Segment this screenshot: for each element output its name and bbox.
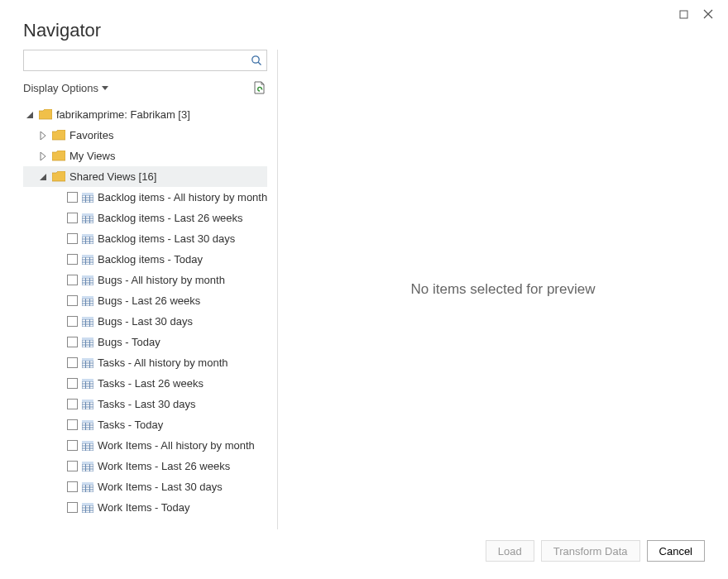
tree-leaf-item[interactable]: Work Items - Today — [23, 497, 267, 518]
folder-icon — [52, 151, 65, 161]
tree-shared-views-node[interactable]: Shared Views [16] — [23, 166, 267, 187]
expander-spacer — [53, 234, 63, 244]
tree-leaf-label: Backlog items - Last 26 weeks — [98, 212, 243, 224]
svg-rect-31 — [82, 234, 93, 237]
table-icon — [82, 441, 93, 451]
tree-leaf-label: Backlog items - All history by month — [98, 191, 267, 203]
tree-leaf-item[interactable]: Tasks - Last 30 days — [23, 394, 267, 414]
tree-leaf-label: Bugs - Last 30 days — [98, 315, 193, 328]
expander-spacer — [53, 193, 63, 203]
item-checkbox[interactable] — [67, 357, 78, 368]
svg-marker-7 — [26, 112, 33, 118]
svg-rect-0 — [680, 11, 687, 18]
svg-rect-108 — [82, 462, 93, 464]
expander-collapse-icon[interactable] — [38, 172, 48, 182]
item-checkbox[interactable] — [67, 192, 78, 203]
table-icon — [82, 358, 93, 368]
item-checkbox[interactable] — [67, 233, 78, 244]
table-icon — [82, 379, 93, 389]
tree-leaf-item[interactable]: Bugs - Today — [23, 332, 267, 352]
item-checkbox[interactable] — [67, 440, 78, 451]
search-input[interactable] — [23, 50, 267, 71]
expander-spacer — [53, 441, 63, 451]
expander-spacer — [53, 317, 63, 327]
table-icon — [82, 482, 93, 492]
item-checkbox[interactable] — [67, 254, 78, 265]
search-icon[interactable] — [251, 55, 262, 66]
svg-marker-5 — [102, 86, 108, 90]
navigator-left-pane: Display Options — [23, 50, 278, 529]
tree-leaf-label: Work Items - Last 30 days — [98, 481, 223, 493]
cancel-button[interactable]: Cancel — [647, 540, 705, 562]
table-icon — [82, 275, 93, 285]
svg-rect-24 — [82, 213, 93, 216]
window-maximize-button[interactable] — [673, 5, 693, 23]
navigator-tree[interactable]: fabrikamprime: Fabrikam [3] Favorites — [23, 104, 267, 529]
item-checkbox[interactable] — [67, 295, 78, 306]
tree-leaf-item[interactable]: Backlog items - Last 26 weeks — [23, 208, 267, 228]
tree-leaf-item[interactable]: Work Items - All history by month — [23, 435, 267, 456]
expander-spacer — [53, 482, 63, 492]
folder-icon — [52, 171, 65, 182]
item-checkbox[interactable] — [67, 337, 78, 347]
item-checkbox[interactable] — [67, 378, 78, 389]
tree-my-views-node[interactable]: My Views — [23, 146, 267, 166]
tree-leaf-item[interactable]: Backlog items - Today — [23, 249, 267, 270]
tree-leaf-item[interactable]: Tasks - Today — [23, 414, 267, 435]
item-checkbox[interactable] — [67, 316, 78, 327]
svg-rect-17 — [82, 193, 93, 195]
load-button[interactable]: Load — [486, 540, 534, 562]
item-checkbox[interactable] — [67, 461, 78, 471]
table-icon — [82, 337, 93, 347]
item-checkbox[interactable] — [67, 481, 78, 492]
folder-icon — [52, 130, 65, 141]
tree-leaf-item[interactable]: Bugs - Last 30 days — [23, 311, 267, 332]
tree-leaf-item[interactable]: Tasks - Last 26 weeks — [23, 373, 267, 394]
tree-node-label: My Views — [69, 150, 115, 162]
expander-spacer — [53, 296, 63, 306]
expander-spacer — [53, 462, 63, 471]
tree-leaf-label: Work Items - All history by month — [98, 439, 255, 452]
expander-spacer — [53, 337, 63, 347]
tree-leaf-item[interactable]: Tasks - All history by month — [23, 352, 267, 373]
expander-spacer — [53, 503, 63, 513]
expander-expand-icon[interactable] — [38, 131, 48, 141]
tree-leaf-label: Work Items - Last 26 weeks — [98, 460, 230, 472]
expander-collapse-icon[interactable] — [25, 110, 35, 120]
tree-leaf-item[interactable]: Bugs - All history by month — [23, 270, 267, 290]
svg-line-4 — [258, 62, 261, 65]
item-checkbox[interactable] — [67, 502, 78, 513]
table-icon — [82, 420, 93, 430]
table-icon — [82, 317, 93, 327]
maximize-icon — [679, 10, 688, 19]
tree-node-label: fabrikamprime: Fabrikam [3] — [56, 108, 190, 121]
item-checkbox[interactable] — [67, 213, 78, 223]
item-checkbox[interactable] — [67, 419, 78, 430]
refresh-page-icon — [252, 81, 266, 94]
tree-leaf-item[interactable]: Work Items - Last 26 weeks — [23, 456, 267, 476]
window-close-button[interactable] — [698, 5, 718, 23]
svg-rect-73 — [82, 358, 93, 361]
tree-favorites-node[interactable]: Favorites — [23, 125, 267, 146]
display-options-dropdown[interactable]: Display Options — [23, 82, 108, 94]
tree-leaf-item[interactable]: Bugs - Last 26 weeks — [23, 290, 267, 311]
refresh-button[interactable] — [252, 81, 267, 94]
chevron-down-icon — [102, 84, 108, 91]
tree-root-node[interactable]: fabrikamprime: Fabrikam [3] — [23, 104, 267, 125]
svg-rect-66 — [82, 337, 93, 340]
expander-expand-icon[interactable] — [38, 151, 48, 161]
svg-point-3 — [252, 56, 259, 63]
table-icon — [82, 296, 93, 306]
tree-leaf-label: Backlog items - Today — [98, 253, 203, 266]
table-icon — [82, 213, 93, 223]
item-checkbox[interactable] — [67, 275, 78, 285]
expander-spacer — [53, 400, 63, 409]
tree-leaf-item[interactable]: Backlog items - Last 30 days — [23, 228, 267, 249]
tree-leaf-item[interactable]: Backlog items - All history by month — [23, 187, 267, 208]
svg-rect-101 — [82, 441, 93, 443]
tree-leaf-item[interactable]: Work Items - Last 30 days — [23, 476, 267, 497]
transform-data-button[interactable]: Transform Data — [541, 540, 640, 562]
expander-spacer — [53, 255, 63, 265]
table-icon — [82, 503, 93, 513]
item-checkbox[interactable] — [67, 399, 78, 409]
